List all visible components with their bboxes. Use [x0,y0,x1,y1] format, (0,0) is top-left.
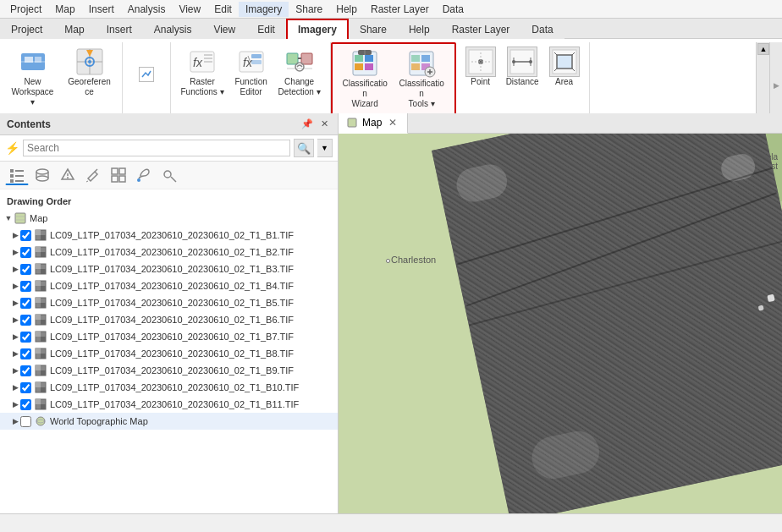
layer-edit-button[interactable] [81,165,105,185]
menu-edit[interactable]: Edit [207,2,239,17]
map-tab-bar: Map ✕ [339,113,782,134]
layer-item[interactable]: ▶ LC09_L1TP_017034_20230610_20230610_02_… [0,227,338,244]
menu-map[interactable]: Map [48,2,81,17]
tab-help[interactable]: Help [398,19,441,39]
layer-checkbox-b9[interactable] [20,365,31,376]
layer-expand-b8[interactable]: ▶ [10,348,20,359]
layer-checkbox-b11[interactable] [20,399,31,410]
layer-grid-button[interactable] [107,165,130,185]
layer-checkbox-b10[interactable] [20,382,31,393]
new-workspace-button[interactable]: NewWorkspace ▾ [5,44,60,110]
layer-expand-b9[interactable]: ▶ [10,365,20,376]
tab-share[interactable]: Share [349,19,398,39]
layer-expand-b1[interactable]: ▶ [10,230,20,240]
layer-checkbox-world[interactable] [20,416,31,427]
layer-item[interactable]: ▶ LC09_L1TP_017034_20230610_20230610_02_… [0,396,338,413]
map-expand-icon[interactable]: ▼ [3,213,14,223]
tab-insert[interactable]: Insert [96,19,143,39]
raster-functions-button[interactable]: fx RasterFunctions ▾ [176,44,228,100]
layer-expand-b5[interactable]: ▶ [10,298,20,308]
tab-raster-layer[interactable]: Raster Layer [441,19,521,39]
panel-close-button[interactable]: ✕ [317,118,331,131]
tab-view[interactable]: View [202,19,246,39]
menu-raster-layer[interactable]: Raster Layer [364,2,436,17]
svg-rect-88 [41,269,46,274]
layer-checkbox-b4[interactable] [20,281,31,292]
svg-rect-93 [36,298,41,303]
layer-expand-b2[interactable]: ▶ [10,247,20,257]
layer-item[interactable]: ▶ LC09_L1TP_017034_20230610_20230610_02_… [0,244,338,261]
ribbon-scroll-up[interactable]: ▲ [757,43,769,55]
tab-map[interactable]: Map [53,19,95,39]
panel-pin-button[interactable]: 📌 [300,118,314,131]
svg-point-74 [137,178,140,182]
layer-item[interactable]: ▶ LC09_L1TP_017034_20230610_20230610_02_… [0,311,338,328]
map-group-row[interactable]: ▼ Map [0,210,338,227]
layer-checkbox-b1[interactable] [20,230,31,241]
georeference-button[interactable]: Georeference [62,44,117,100]
layer-key-button[interactable] [157,165,181,185]
layer-expand-b10[interactable]: ▶ [10,382,20,392]
svg-rect-81 [36,230,41,235]
menu-analysis[interactable]: Analysis [121,2,173,17]
search-input[interactable] [23,140,290,156]
layer-expand-b3[interactable]: ▶ [10,264,20,274]
menu-insert[interactable]: Insert [82,2,121,17]
classification-wizard-button[interactable]: ClassificationWizard [338,46,393,112]
layer-item[interactable]: ▶ LC09_L1TP_017034_20230610_20230610_02_… [0,294,338,311]
search-filter-icon[interactable]: ⚡ [5,141,19,155]
layer-checkbox-b6[interactable] [20,315,31,326]
distance-button[interactable]: Distance [502,44,543,89]
svg-point-75 [164,171,171,178]
layer-item[interactable]: ▶ World Topographic Map [0,413,338,430]
menu-help[interactable]: Help [329,2,364,17]
menu-project[interactable]: Project [3,2,48,17]
layer-checkbox-b3[interactable] [20,264,31,275]
layer-checkbox-b5[interactable] [20,298,31,309]
search-button[interactable]: 🔍 [294,139,314,157]
svg-text:fx: fx [193,56,203,69]
map-canvas[interactable]: West Virginia MonongahelaNational Forest… [339,134,782,513]
tab-analysis[interactable]: Analysis [143,19,203,39]
layer-expand-b6[interactable]: ▶ [10,315,20,325]
menu-share[interactable]: Share [289,2,329,17]
menu-imagery[interactable]: Imagery [239,2,289,17]
map-tab-close-button[interactable]: ✕ [387,117,399,129]
layer-item[interactable]: ▶ LC09_L1TP_017034_20230610_20230610_02_… [0,261,338,277]
distance-label: Distance [506,77,539,86]
svg-rect-100 [41,337,46,342]
layer-checkbox-b2[interactable] [20,247,31,258]
layer-paint-button[interactable] [132,165,156,185]
search-dropdown-button[interactable]: ▼ [317,139,333,157]
tab-edit[interactable]: Edit [246,19,286,39]
layer-database-button[interactable] [30,165,54,185]
layer-expand-b4[interactable]: ▶ [10,281,20,291]
function-editor-button[interactable]: fx FunctionEditor [230,44,273,100]
layer-checkbox-b7[interactable] [20,332,31,343]
map-tab[interactable]: Map ✕ [339,113,408,134]
layer-expand-b11[interactable]: ▶ [10,399,20,409]
menu-data[interactable]: Data [436,2,471,17]
layer-expand-b7[interactable]: ▶ [10,332,20,342]
menu-view[interactable]: View [172,2,207,17]
tab-project[interactable]: Project [0,19,53,39]
svg-rect-26 [365,55,373,62]
tab-data[interactable]: Data [520,19,564,39]
layer-item[interactable]: ▶ LC09_L1TP_017034_20230610_20230610_02_… [0,277,338,294]
layer-list-view-button[interactable] [5,165,29,185]
layer-item[interactable]: ▶ LC09_L1TP_017034_20230610_20230610_02_… [0,379,338,396]
tab-imagery[interactable]: Imagery [286,19,349,39]
layer-options-button[interactable] [56,165,80,185]
layer-label-b11: LC09_L1TP_017034_20230610_20230610_02_T1… [50,399,299,409]
status-text [7,518,9,529]
area-button[interactable]: Area [545,44,584,89]
classification-tools-button[interactable]: ClassificationTools ▾ [394,46,449,112]
point-button[interactable]: Point [461,44,500,89]
svg-rect-91 [41,286,46,291]
change-detection-button[interactable]: ChangeDetection ▾ [274,44,325,100]
layer-item[interactable]: ▶ LC09_L1TP_017034_20230610_20230610_02_… [0,345,338,362]
layer-expand-world[interactable]: ▶ [10,416,20,426]
layer-item[interactable]: ▶ LC09_L1TP_017034_20230610_20230610_02_… [0,328,338,345]
layer-item[interactable]: ▶ LC09_L1TP_017034_20230610_20230610_02_… [0,362,338,379]
layer-checkbox-b8[interactable] [20,348,31,359]
